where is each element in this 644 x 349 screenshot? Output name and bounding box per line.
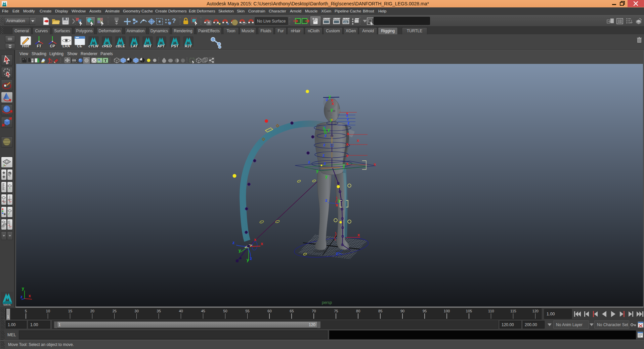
svg-text:x: x [357, 138, 359, 143]
svg-text:x: x [336, 202, 338, 207]
svg-text:y: y [247, 257, 249, 262]
svg-text:z: z [326, 97, 328, 102]
svg-text:z: z [20, 295, 23, 299]
svg-text:x: x [254, 237, 257, 242]
svg-text:x: x [346, 153, 349, 158]
svg-text:y: y [239, 248, 241, 253]
svg-text:z: z [347, 120, 350, 125]
svg-text:z: z [325, 198, 328, 203]
svg-text:MAYA: MAYA [3, 303, 11, 306]
svg-text:y: y [22, 286, 24, 291]
svg-text:z: z [323, 142, 326, 147]
svg-text:z: z [324, 161, 326, 166]
svg-text:y: y [328, 127, 330, 132]
svg-text:x: x [357, 232, 360, 237]
svg-text:y: y [343, 163, 345, 168]
svg-text:persp: persp [322, 300, 332, 305]
svg-text:x: x [29, 294, 31, 298]
svg-text:x: x [332, 101, 334, 106]
svg-text:x: x [346, 161, 349, 166]
svg-text:x: x [346, 142, 349, 147]
svg-text:z: z [308, 159, 310, 164]
svg-text:x: x [261, 241, 263, 246]
svg-text:z: z [232, 240, 235, 245]
svg-text:z: z [323, 153, 325, 158]
svg-text:z: z [250, 256, 252, 261]
svg-text:y: y [316, 168, 319, 173]
svg-text:x: x [347, 131, 349, 136]
svg-text:y: y [329, 94, 331, 99]
svg-text:x: x [374, 162, 376, 167]
svg-text:T: T [104, 58, 107, 63]
svg-text:y: y [331, 107, 333, 112]
svg-text:IPR: IPR [344, 21, 348, 23]
svg-text:y: y [325, 174, 328, 179]
